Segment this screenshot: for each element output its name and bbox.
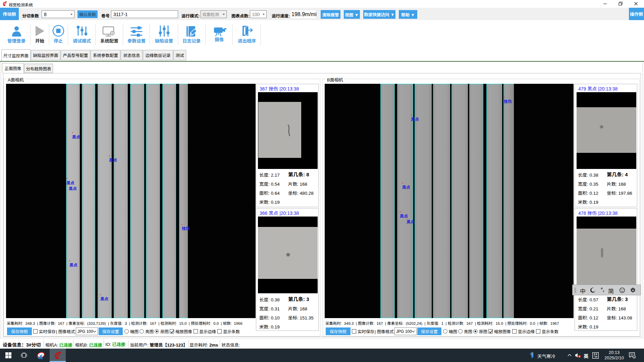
- svg-text:6: 6: [633, 356, 635, 359]
